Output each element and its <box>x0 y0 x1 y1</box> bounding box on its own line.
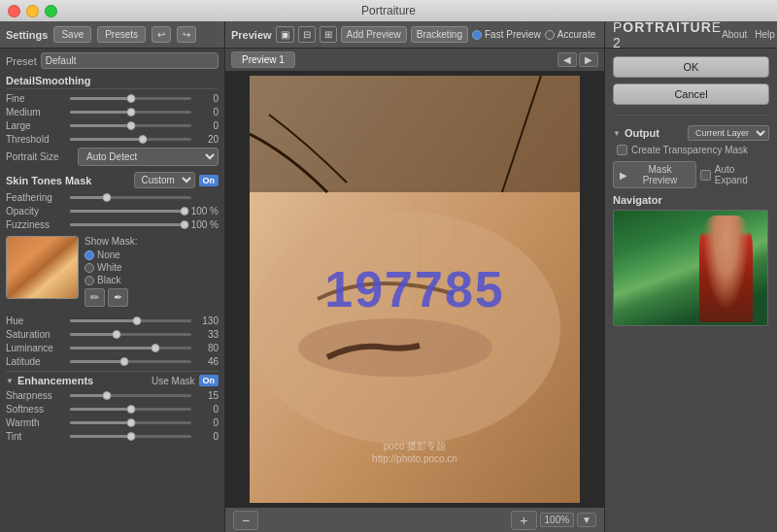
brand-label: PORTRAITURE 2 <box>613 19 722 50</box>
portrait-size-label: Portrait Size <box>6 151 74 162</box>
opacity-value: 100 % <box>189 206 219 216</box>
bracketing-btn[interactable]: Bracketing <box>411 26 468 43</box>
next-arrow[interactable]: ▶ <box>579 52 598 67</box>
mask-preview-btn[interactable]: ▶ Mask Preview <box>613 161 696 188</box>
auto-expand-checkbox[interactable] <box>700 170 711 181</box>
tint-track[interactable] <box>70 435 191 438</box>
hue-track[interactable] <box>70 319 191 322</box>
warmth-label: Warmth <box>6 417 66 428</box>
portrait-size-select[interactable]: Auto Detect <box>78 148 219 166</box>
radio-white[interactable] <box>84 263 94 273</box>
about-menu-item[interactable]: About <box>722 29 747 40</box>
portrait-size-row: Portrait Size Auto Detect <box>6 148 219 166</box>
medium-track[interactable] <box>70 111 191 114</box>
eyedropper-add-btn[interactable]: ✏ <box>84 288 105 307</box>
opacity-track[interactable] <box>70 210 186 213</box>
luminance-label: Luminance <box>6 343 66 353</box>
fast-preview-label: Fast Preview <box>485 29 541 40</box>
right-header: PORTRAITURE 2 About Help <box>605 21 777 49</box>
show-mask-black-row[interactable]: Black <box>84 275 219 285</box>
undo-button[interactable]: ↩ <box>152 26 171 43</box>
zoom-in-btn[interactable]: + <box>511 511 536 530</box>
skin-tones-custom-select[interactable]: Custom <box>134 172 195 188</box>
tint-slider-row: Tint 0 <box>6 431 219 442</box>
threshold-slider-row: Threshold 20 <box>6 134 219 145</box>
divider-1 <box>613 115 769 116</box>
prev-arrow[interactable]: ◀ <box>557 52 577 67</box>
preview-tab-1[interactable]: Preview 1 <box>231 51 295 68</box>
zoom-value: 100% <box>540 513 575 527</box>
show-mask-panel: Show Mask: None White Black ✏ <box>84 236 219 310</box>
help-menu-item[interactable]: Help <box>755 29 775 40</box>
softness-label: Softness <box>6 404 66 415</box>
fine-track[interactable] <box>70 97 191 100</box>
radio-black[interactable] <box>84 276 94 285</box>
luminance-track[interactable] <box>70 347 191 349</box>
sharpness-track[interactable] <box>70 394 191 397</box>
minimize-button[interactable] <box>26 5 39 17</box>
redo-button[interactable]: ↪ <box>177 26 196 43</box>
auto-expand-label: Auto Expand <box>715 164 769 185</box>
output-section: ▼ Output Current Layer Create Transparen… <box>613 125 769 155</box>
main-container: Settings Save Presets ↩ ↪ Preset Default… <box>0 21 777 532</box>
zoom-dropdown-btn[interactable]: ▼ <box>577 513 596 527</box>
ok-button[interactable]: OK <box>613 56 769 78</box>
accurate-radio[interactable] <box>545 30 555 40</box>
enhancements-on-badge[interactable]: On <box>199 375 220 386</box>
warmth-track[interactable] <box>70 421 191 424</box>
eyedropper-remove-btn[interactable]: ✒ <box>108 288 128 307</box>
save-button[interactable]: Save <box>53 26 91 43</box>
color-swatch[interactable] <box>6 236 79 299</box>
large-slider-row: Large 0 <box>6 120 219 131</box>
nav-person-figure <box>699 216 753 322</box>
radio-none[interactable] <box>84 250 94 260</box>
mask-preview-label: Mask Preview <box>630 164 690 185</box>
navigator-thumbnail[interactable] <box>613 210 768 326</box>
saturation-track[interactable] <box>70 333 191 336</box>
single-view-btn[interactable]: ▣ <box>276 26 294 43</box>
preset-select[interactable]: Default <box>41 52 219 69</box>
dual-view-btn[interactable]: ⊞ <box>320 26 337 43</box>
presets-button[interactable]: Presets <box>97 26 146 43</box>
fast-preview-option: Fast Preview <box>472 29 541 40</box>
detail-smoothing-header: DetailSmoothing <box>6 75 219 89</box>
softness-track[interactable] <box>70 408 191 411</box>
feathering-track[interactable] <box>70 196 191 199</box>
fast-preview-radio[interactable] <box>472 30 482 40</box>
close-button[interactable] <box>8 5 20 17</box>
sharpness-value: 15 <box>195 390 219 401</box>
latitude-value: 46 <box>195 356 219 367</box>
saturation-slider-row: Saturation 33 <box>6 329 219 340</box>
output-triangle-icon: ▼ <box>613 129 621 138</box>
bottom-toolbar: − + 100% ▼ <box>225 507 604 532</box>
create-transparency-row: Create Transparency Mask <box>617 145 769 155</box>
split-view-btn[interactable]: ⊟ <box>298 26 316 43</box>
add-preview-btn[interactable]: Add Preview <box>341 26 407 43</box>
medium-slider-row: Medium 0 <box>6 107 219 117</box>
medium-value: 0 <box>195 107 219 117</box>
luminance-slider-row: Luminance 80 <box>6 343 219 353</box>
svg-rect-3 <box>250 76 580 192</box>
softness-value: 0 <box>195 404 219 415</box>
preview-label: Preview <box>231 29 272 41</box>
left-panel: Settings Save Presets ↩ ↪ Preset Default… <box>0 21 225 532</box>
show-mask-white-row[interactable]: White <box>84 262 219 273</box>
maximize-button[interactable] <box>45 5 57 17</box>
cancel-button[interactable]: Cancel <box>613 83 769 105</box>
enhancements-header: ▼ Enhancements Use Mask On <box>6 371 219 386</box>
latitude-track[interactable] <box>70 360 191 363</box>
sharpness-label: Sharpness <box>6 390 66 401</box>
threshold-track[interactable] <box>70 138 191 141</box>
output-layer-select[interactable]: Current Layer <box>688 125 769 141</box>
skin-tones-on-badge[interactable]: On <box>199 175 220 186</box>
zoom-out-btn[interactable]: − <box>233 511 258 530</box>
create-transparency-checkbox[interactable] <box>617 145 627 155</box>
enhancements-triangle-icon: ▼ <box>6 377 14 385</box>
fuzziness-track[interactable] <box>70 223 186 226</box>
tint-label: Tint <box>6 431 66 442</box>
preset-label: Preset <box>6 55 37 67</box>
saturation-value: 33 <box>195 329 219 340</box>
large-track[interactable] <box>70 124 191 127</box>
zoom-control: + 100% ▼ <box>511 511 596 530</box>
show-mask-none-row[interactable]: None <box>84 249 219 260</box>
